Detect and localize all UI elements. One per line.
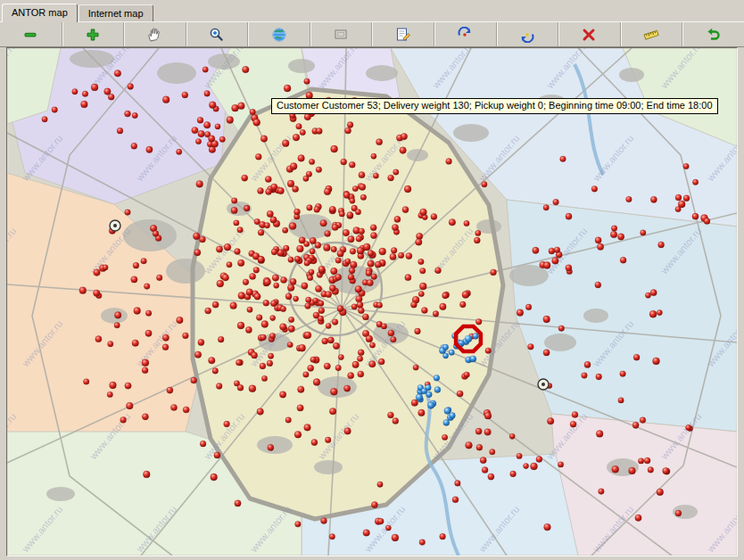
- edit-icon: [395, 27, 411, 43]
- hand-icon: [146, 27, 162, 43]
- tab-internet-map[interactable]: Internet map: [79, 4, 153, 21]
- customer-tooltip: Customer Customer 53; Delivery weight 13…: [271, 98, 718, 114]
- minus-icon: [22, 27, 38, 43]
- refresh-icon: [457, 27, 473, 43]
- tab-internet-map-label: Internet map: [88, 8, 144, 19]
- ruler-icon: [643, 27, 659, 43]
- zoom-window-button[interactable]: [186, 22, 248, 46]
- pan-button[interactable]: [123, 22, 186, 46]
- delete-icon: [581, 27, 597, 43]
- reload-icon: [519, 27, 535, 43]
- map-viewport[interactable]: www.antor.ruwww.antor.ruwww.antor.ruwww.…: [6, 47, 738, 556]
- select-region-button[interactable]: [310, 22, 372, 46]
- tab-bar: ANTOR map Internet map: [0, 0, 744, 21]
- measure-button[interactable]: [620, 22, 682, 46]
- map-toolbar: [0, 21, 744, 47]
- internet-map-button[interactable]: [247, 22, 310, 46]
- map-canvas[interactable]: www.antor.ruwww.antor.ruwww.antor.ruwww.…: [7, 48, 737, 556]
- undo-button[interactable]: [682, 22, 744, 46]
- tab-antor-map[interactable]: ANTOR map: [2, 4, 78, 22]
- undo-icon: [706, 27, 722, 43]
- magnifier-icon: [209, 27, 225, 43]
- reload-button[interactable]: [496, 22, 558, 46]
- zoom-out-button[interactable]: [0, 22, 62, 46]
- delete-button[interactable]: [558, 22, 620, 46]
- edit-object-button[interactable]: [371, 22, 434, 46]
- tab-antor-map-label: ANTOR map: [12, 7, 68, 18]
- globe-icon: [271, 27, 287, 43]
- poi-marker: [538, 379, 549, 390]
- region-icon: [333, 27, 349, 43]
- zoom-in-button[interactable]: [62, 22, 124, 46]
- poi-marker: [110, 220, 120, 231]
- refresh-button[interactable]: [434, 22, 496, 46]
- plus-icon: [85, 27, 101, 43]
